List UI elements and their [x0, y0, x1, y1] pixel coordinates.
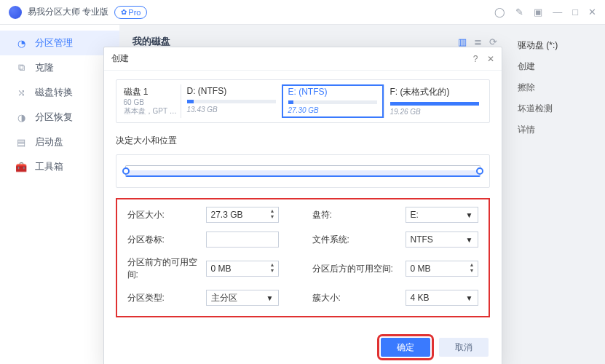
minimize-icon[interactable]: —: [553, 7, 562, 17]
partition-size: 19.26 GB: [390, 108, 479, 116]
spin-down-icon[interactable]: ▼: [470, 268, 475, 273]
cluster-label: 簇大小:: [312, 292, 400, 304]
titlebar: 易我分区大师 专业版 Pro ◯ ✎ ▣ — □ ✕: [0, 0, 605, 25]
after-label: 分区后方的可用空间:: [312, 263, 400, 275]
pro-badge: Pro: [114, 6, 147, 19]
partition-size: 27.30 GB: [288, 106, 377, 114]
before-input[interactable]: 0 MB▲▼: [206, 261, 279, 277]
partition-e[interactable]: E: (NTFS) 27.30 GB: [282, 84, 384, 118]
volume-input[interactable]: [206, 232, 279, 248]
app-logo-icon: [9, 6, 22, 19]
letter-select[interactable]: E:▼: [406, 207, 478, 223]
spin-down-icon[interactable]: ▼: [270, 214, 275, 219]
partition-d[interactable]: D: (NTFS) 13.43 GB: [181, 84, 282, 118]
partition-label: D: (NTFS): [187, 86, 276, 96]
cancel-button[interactable]: 取消: [439, 338, 489, 357]
spin-up-icon[interactable]: ▲: [470, 262, 475, 267]
partition-label: F: (未格式化的): [390, 86, 479, 98]
before-label: 分区前方的可用空间:: [127, 256, 200, 281]
partition-f[interactable]: F: (未格式化的) 19.26 GB: [384, 84, 485, 118]
spin-up-icon[interactable]: ▲: [270, 262, 275, 267]
close-icon[interactable]: ✕: [588, 7, 596, 17]
form-box: 分区大小: 27.3 GB▲▼ 盘符: E:▼ 分区卷标: 文件系统: NTFS…: [116, 198, 490, 317]
spin-down-icon[interactable]: ▼: [270, 268, 275, 273]
disk-name: 磁盘 1: [124, 86, 178, 98]
disk-size: 60 GB: [124, 98, 178, 106]
size-input[interactable]: 27.3 GB▲▼: [206, 207, 279, 223]
help-icon[interactable]: ?: [473, 54, 478, 64]
after-input[interactable]: 0 MB▲▼: [406, 261, 478, 277]
chevron-down-icon: ▼: [466, 211, 473, 219]
chevron-down-icon: ▼: [266, 294, 274, 302]
disk-type: 基本盘，GPT …: [124, 106, 178, 116]
slider-handle-left[interactable]: [122, 167, 130, 175]
notify-icon[interactable]: ◯: [494, 7, 505, 17]
fs-select[interactable]: NTFS▼: [406, 232, 478, 248]
partition-label: E: (NTFS): [288, 87, 377, 97]
ptype-select[interactable]: 主分区▼: [206, 290, 279, 306]
slider-handle-right[interactable]: [476, 167, 483, 175]
app-title: 易我分区大师 专业版: [28, 6, 108, 18]
create-partition-modal: 创建 ? ✕ 磁盘 1 60 GB 基本盘，GPT … D: (NTFS) 13…: [103, 47, 502, 364]
chevron-down-icon: ▼: [466, 294, 473, 302]
feedback-icon[interactable]: ✎: [515, 7, 523, 17]
fs-label: 文件系统:: [312, 234, 400, 246]
size-slider-box: [116, 154, 490, 188]
modal-overlay: 创建 ? ✕ 磁盘 1 60 GB 基本盘，GPT … D: (NTFS) 13…: [0, 25, 605, 364]
letter-label: 盘符:: [312, 209, 400, 221]
partition-size: 13.43 GB: [187, 106, 276, 114]
size-label: 分区大小:: [127, 209, 200, 221]
ptype-label: 分区类型:: [127, 292, 200, 304]
cluster-select[interactable]: 4 KB▼: [406, 290, 478, 306]
volume-label: 分区卷标:: [127, 234, 200, 246]
modal-title: 创建: [111, 52, 129, 65]
size-slider[interactable]: [125, 165, 481, 177]
ok-button[interactable]: 确定: [381, 338, 430, 357]
section-title: 决定大小和位置: [116, 135, 490, 147]
chevron-down-icon: ▼: [466, 236, 473, 244]
task-icon[interactable]: ▣: [534, 7, 542, 17]
disk-row: 磁盘 1 60 GB 基本盘，GPT … D: (NTFS) 13.43 GB …: [116, 79, 490, 123]
modal-close-icon[interactable]: ✕: [487, 54, 494, 64]
maximize-icon[interactable]: □: [572, 7, 578, 17]
spin-up-icon[interactable]: ▲: [270, 208, 275, 213]
